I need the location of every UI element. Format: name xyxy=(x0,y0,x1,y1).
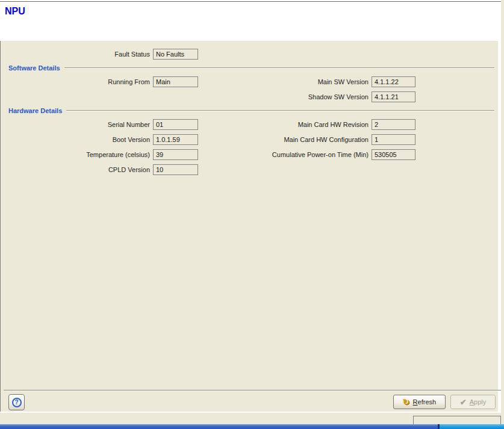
status-bar xyxy=(0,412,501,424)
help-icon: ? xyxy=(12,398,22,407)
field-row-cpld-version: CPLD Version 10 xyxy=(1,164,502,175)
shadow-sw-version-label: Shadow SW Version xyxy=(181,91,369,102)
page-title: NPU xyxy=(5,6,25,17)
main-sw-version-label: Main SW Version xyxy=(181,76,369,87)
section-header-software: Software Details xyxy=(8,64,494,72)
field-row-main-card-hw-revision: Main Card HW Revision 2 xyxy=(1,119,502,130)
field-row-shadow-sw-version: Shadow SW Version 4.1.1.21 xyxy=(1,91,502,102)
main-card-hw-revision-label: Main Card HW Revision xyxy=(181,119,369,130)
apply-mnemonic: A xyxy=(470,398,474,406)
apply-button-label: Apply xyxy=(470,398,487,406)
main-sw-version-field: 4.1.1.22 xyxy=(372,76,415,87)
field-row-main-card-hw-configuration: Main Card HW Configuration 1 xyxy=(1,134,502,145)
section-header-hardware: Hardware Details xyxy=(8,106,494,114)
hardware-details-rule xyxy=(66,110,494,111)
cumulative-power-on-time-field: 530505 xyxy=(372,149,415,160)
refresh-label-rest: efresh xyxy=(418,398,437,406)
apply-label-rest: pply xyxy=(474,398,486,406)
npu-window: NPU Fault Status No Faults Software Deta… xyxy=(0,0,501,424)
refresh-mnemonic: R xyxy=(413,398,418,406)
apply-check-icon: ✔ xyxy=(460,398,467,406)
cpld-version-field: 10 xyxy=(153,164,198,175)
content-area: Fault Status No Faults Software Details … xyxy=(0,41,501,412)
apply-button[interactable]: ✔ Apply xyxy=(450,395,496,409)
fault-status-field: No Faults xyxy=(153,49,198,60)
field-row-cumulative-power-on-time: Cumulative Power-on Time (Min) 530505 xyxy=(1,149,502,160)
shadow-sw-version-field: 4.1.1.21 xyxy=(372,91,415,102)
refresh-button[interactable]: ↻ Refresh xyxy=(393,395,446,409)
taskbar-left-segment xyxy=(0,424,438,429)
main-card-hw-configuration-label: Main Card HW Configuration xyxy=(181,134,369,145)
screen: NPU Fault Status No Faults Software Deta… xyxy=(0,0,504,429)
field-row-fault-status: Fault Status No Faults xyxy=(1,49,502,60)
software-details-title: Software Details xyxy=(8,64,60,72)
progress-indicator xyxy=(413,416,501,425)
footer-separator xyxy=(4,390,501,390)
field-row-main-sw-version: Main SW Version 4.1.1.22 xyxy=(1,76,502,87)
bottom-taskbar-edge xyxy=(0,424,504,429)
main-card-hw-revision-field: 2 xyxy=(372,119,415,130)
main-card-hw-configuration-field: 1 xyxy=(372,134,415,145)
cpld-version-label: CPLD Version xyxy=(1,164,150,175)
taskbar-right-segment xyxy=(440,424,504,429)
help-button[interactable]: ? xyxy=(8,394,25,410)
page-header: NPU xyxy=(0,2,501,41)
refresh-button-label: Refresh xyxy=(413,398,437,406)
refresh-icon: ↻ xyxy=(403,398,410,406)
hardware-details-title: Hardware Details xyxy=(8,107,62,114)
window-frame-right-strip xyxy=(501,0,504,424)
software-details-rule xyxy=(64,67,494,68)
fault-status-label: Fault Status xyxy=(1,49,150,60)
cumulative-power-on-time-label: Cumulative Power-on Time (Min) xyxy=(181,149,369,160)
